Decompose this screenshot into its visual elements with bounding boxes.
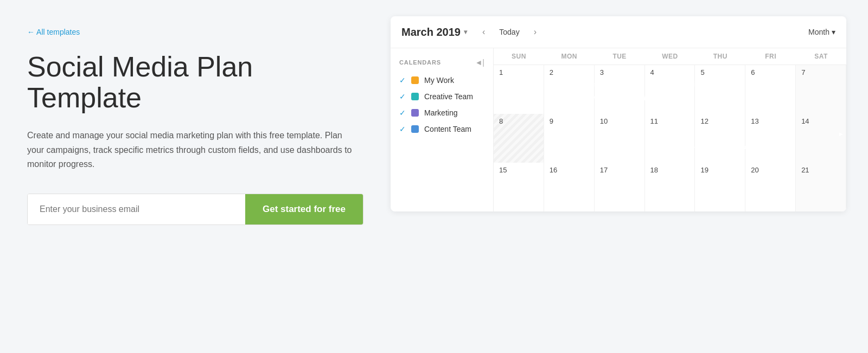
cell-mar-19[interactable]: 19 <box>695 163 745 211</box>
calendar-label-content-team: Content Team <box>424 125 471 133</box>
calendar-label-my-work: My Work <box>424 76 454 85</box>
date-7: 7 <box>798 68 844 76</box>
next-month-button[interactable]: › <box>531 25 540 39</box>
calendar-item-creative-team[interactable]: ✓ Creative Team <box>391 88 493 105</box>
day-header-mon: Mon <box>544 48 595 65</box>
date-6: 6 <box>748 68 793 76</box>
calendar-item-marketing[interactable]: ✓ Marketing <box>391 105 493 121</box>
cell-mar-21[interactable]: 21 <box>796 163 846 211</box>
date-4: 4 <box>647 68 693 76</box>
event-employee-happiness-campaign[interactable]: Employee Happiness campaign <box>695 128 845 140</box>
calendar-grid: Sun Mon Tue Wed Thu Fri Sat 1 2 <box>494 48 846 211</box>
date-20: 20 <box>748 166 793 174</box>
date-17: 17 <box>597 166 642 174</box>
week-1: 1 2 3 4 5 <box>494 65 846 114</box>
page-container: ← All templates Social Media Plan Templa… <box>22 16 846 236</box>
calendar-body: CALENDARS ◄| ✓ My Work ✓ Creative Team <box>391 48 846 211</box>
week-3: 15 16 17 18 19 <box>494 163 846 211</box>
event-employee-appreciation-launch[interactable]: #EmployeeAppreciation launch <box>595 93 795 105</box>
check-icon-creative-team: ✓ <box>399 92 406 101</box>
event-internal-mention[interactable]: Internal @ mention initiative <box>645 79 795 91</box>
color-dot-content-team <box>411 125 419 133</box>
view-label: Month <box>808 28 829 36</box>
page-title: Social Media Plan Template <box>27 52 363 113</box>
day-header-tue: Tue <box>595 48 645 65</box>
date-11: 11 <box>647 117 693 125</box>
calendar-month-title: March 2019 ▾ <box>401 26 467 38</box>
check-icon-content-team: ✓ <box>399 125 406 133</box>
date-19: 19 <box>697 166 743 174</box>
date-14: 14 <box>798 117 844 125</box>
calendar-label-creative-team: Creative Team <box>424 92 473 101</box>
cell-mar-16[interactable]: 16 <box>544 163 595 211</box>
cell-mar-20[interactable]: 20 <box>745 163 796 211</box>
calendar-sidebar: CALENDARS ◄| ✓ My Work ✓ Creative Team <box>391 48 494 211</box>
sidebar-collapse-icon[interactable]: ◄| <box>475 58 485 67</box>
day-header-sun: Sun <box>494 48 544 65</box>
cell-mar-9[interactable]: 9 <box>544 114 595 163</box>
email-form: Get started for free <box>27 194 363 225</box>
week-3-cells: 15 16 17 18 19 <box>494 163 846 211</box>
date-13: 13 <box>748 117 793 125</box>
cell-mar-18[interactable]: 18 <box>645 163 695 211</box>
page-description: Create and manage your social media mark… <box>27 129 353 171</box>
date-12: 12 <box>697 117 743 125</box>
calendars-label: CALENDARS <box>399 59 441 66</box>
cell-mar-11[interactable]: 11 <box>645 114 695 163</box>
date-1: 1 <box>496 68 541 76</box>
date-5: 5 <box>697 68 743 76</box>
event-post-happiness-poll[interactable]: Post Happiness poll on Facebook <box>698 142 797 154</box>
back-link[interactable]: ← All templates <box>27 28 80 36</box>
cell-mar-1[interactable]: 1 <box>494 65 544 114</box>
date-16: 16 <box>546 166 592 174</box>
cell-mar-8[interactable]: 8 <box>494 114 544 163</box>
left-panel: ← All templates Social Media Plan Templa… <box>22 16 369 236</box>
check-icon-marketing: ✓ <box>399 108 406 117</box>
calendar-panel: March 2019 ▾ ‹ Today › Month ▾ CALENDARS… <box>391 16 846 211</box>
cell-mar-10[interactable]: 10 <box>595 114 645 163</box>
check-icon-my-work: ✓ <box>399 76 406 85</box>
cell-mar-7[interactable]: 7 <box>796 65 846 114</box>
date-2: 2 <box>546 68 592 76</box>
color-dot-my-work <box>411 76 419 84</box>
week-2: 8 9 10 11 12 <box>494 114 846 163</box>
calendar-item-my-work[interactable]: ✓ My Work <box>391 72 493 88</box>
day-header-sat: Sat <box>796 48 846 65</box>
calendar-header: March 2019 ▾ ‹ Today › Month ▾ <box>391 16 846 48</box>
date-8: 8 <box>496 117 541 125</box>
color-dot-marketing <box>411 109 419 117</box>
date-3: 3 <box>597 68 642 76</box>
cell-mar-15[interactable]: 15 <box>494 163 544 211</box>
view-selector[interactable]: Month ▾ <box>808 28 835 36</box>
day-header-thu: Thu <box>695 48 745 65</box>
date-9: 9 <box>546 117 592 125</box>
sidebar-header: CALENDARS ◄| <box>391 55 493 72</box>
date-10: 10 <box>597 117 642 125</box>
view-chevron-icon: ▾ <box>832 28 835 36</box>
calendar-item-content-team[interactable]: ✓ Content Team <box>391 121 493 137</box>
cell-mar-17[interactable]: 17 <box>595 163 645 211</box>
month-dropdown-icon[interactable]: ▾ <box>464 28 467 36</box>
date-15: 15 <box>496 166 541 174</box>
day-header-fri: Fri <box>745 48 796 65</box>
prev-month-button[interactable]: ‹ <box>479 25 488 39</box>
day-headers-row: Sun Mon Tue Wed Thu Fri Sat <box>494 48 846 65</box>
month-year-label: March 2019 <box>401 26 461 38</box>
email-input[interactable] <box>28 194 245 224</box>
date-21: 21 <box>798 166 844 174</box>
today-button[interactable]: Today <box>495 25 524 38</box>
calendar-label-marketing: Marketing <box>424 108 457 117</box>
date-18: 18 <box>647 166 693 174</box>
day-header-wed: Wed <box>645 48 695 65</box>
cta-button[interactable]: Get started for free <box>245 194 363 224</box>
color-dot-creative-team <box>411 93 419 100</box>
